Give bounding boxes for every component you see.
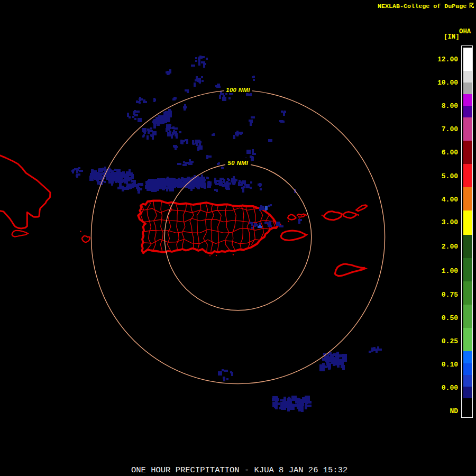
svg-text:100 NMI: 100 NMI xyxy=(226,87,250,93)
svg-text:50 NMI: 50 NMI xyxy=(228,160,249,166)
